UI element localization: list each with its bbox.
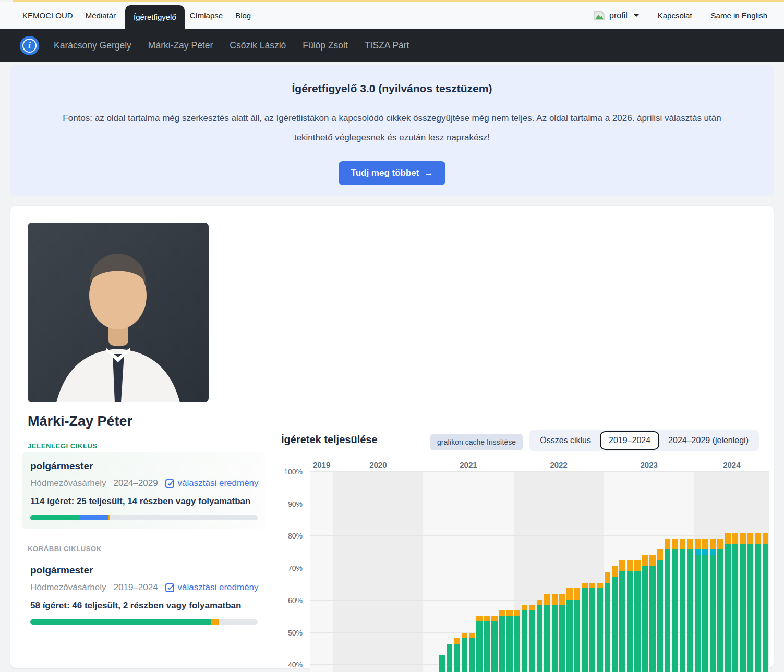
chart-bar-2023-3[interactable] [619,472,626,672]
refresh-cache-button[interactable]: grafikon cache frissítése [430,434,523,450]
subnav-item-fülöp-zsolt[interactable]: Fülöp Zsolt [303,40,348,51]
chart-bar-2021-11[interactable] [499,472,506,672]
subnav-item-csőzik-lászló[interactable]: Csőzik László [230,40,286,51]
language-switch-link[interactable]: Same in English [711,11,767,20]
chart-bar-2021-5[interactable] [453,472,461,672]
topnav-item-médiatár[interactable]: Médiatár [86,11,116,20]
chart-bar-2024-6[interactable] [732,472,739,672]
bar-segment [589,583,595,589]
year-label-2021: 2021 [460,460,477,469]
chart-bar-2023-10[interactable] [671,472,679,672]
chart-bar-2021-10[interactable] [491,472,498,672]
chart-bar-2019-10[interactable] [310,472,318,672]
chart-bar-2022-6[interactable] [551,472,559,672]
chart-bar-2022-3[interactable] [528,472,536,672]
chart-bar-2023-12[interactable] [686,472,694,672]
chart-bar-2022-5[interactable] [544,472,551,672]
chart-bar-2022-12[interactable] [596,472,604,672]
chart-bar-2021-3[interactable] [438,472,445,672]
chart-bar-2024-7[interactable] [739,472,746,672]
chart-bar-2024-5[interactable] [724,472,731,672]
chart-bar-2020-5[interactable] [363,472,370,672]
chart-bar-2022-4[interactable] [536,472,544,672]
chart-bar-2022-9[interactable] [574,472,581,672]
chart-bar-2021-1[interactable] [423,472,430,672]
chart-bar-2020-1[interactable] [333,472,340,672]
chart-bar-2021-7[interactable] [468,472,476,672]
chart-bar-2021-6[interactable] [461,472,468,672]
info-icon[interactable]: i [20,36,39,55]
chart-bar-2020-11[interactable] [408,472,416,672]
profile-menu[interactable]: profil [594,11,639,20]
bar-segment [710,539,716,549]
chart-bar-2020-8[interactable] [385,472,393,672]
election-result-link[interactable]: választási eredmény [165,478,259,488]
topnav-item-blog[interactable]: Blog [235,11,251,20]
subnav-item-márki-zay-péter[interactable]: Márki-Zay Péter [148,40,213,51]
chart-bar-2024-1[interactable] [694,472,702,672]
chart-bar-2022-1[interactable] [514,472,521,672]
chart-bar-2020-12[interactable] [416,472,423,672]
chart-bar-2020-3[interactable] [348,472,355,672]
chart-bar-2022-7[interactable] [559,472,566,672]
chart-bar-2019-12[interactable] [325,472,333,672]
chart-bar-2024-10[interactable] [762,472,769,672]
chart-bar-2019-11[interactable] [318,472,325,672]
topnav-item-ígéretfigyelő[interactable]: Ígéretfigyelő [125,5,185,29]
chart-bar-2023-1[interactable] [604,472,611,672]
chart-bar-2021-9[interactable] [484,472,491,672]
cycle-tab-2019–2024[interactable]: 2019–2024 [600,431,659,450]
bar-segment [627,560,633,571]
chart-bar-2023-7[interactable] [649,472,656,672]
bar-segment [747,533,753,544]
chart-bar-2023-2[interactable] [611,472,619,672]
topnav-right: profil Kapcsolat Same in English [594,2,767,29]
chart-bar-2023-5[interactable] [634,472,641,672]
chart-bar-2023-6[interactable] [642,472,649,672]
chart-bar-2024-8[interactable] [747,472,754,672]
election-result-link[interactable]: választási eredmény [165,582,259,593]
chart-bar-2024-4[interactable] [717,472,724,672]
bar-segment [476,621,482,672]
brand-kemocloud[interactable]: KEMOCLOUD [22,11,73,20]
chart-bar-2022-2[interactable] [521,472,528,672]
arrow-right-icon: → [424,168,433,178]
chart-bar-2023-4[interactable] [626,472,634,672]
subnav-item-karácsony-gergely[interactable]: Karácsony Gergely [54,40,131,51]
promise-summary: 114 ígéret: 25 teljesült, 14 részben vag… [30,496,258,507]
topnav-item-kapcsolat[interactable]: Kapcsolat [658,11,692,20]
chart-bar-2023-8[interactable] [657,472,664,672]
bar-segment [544,605,550,672]
chart-bar-2020-6[interactable] [370,472,378,672]
bar-segment [702,555,708,672]
bar-segment [619,560,625,571]
politician-navigation-bar: i Karácsony GergelyMárki-Zay PéterCsőzik… [0,29,784,62]
chart-bar-2023-11[interactable] [679,472,686,672]
chart-bar-2024-9[interactable] [754,472,762,672]
chart-bar-2024-3[interactable] [709,472,717,672]
topnav-item-címlapse[interactable]: Címlapse [190,11,223,20]
chart-bar-2021-8[interactable] [476,472,483,672]
chart-bar-2024-2[interactable] [702,472,709,672]
chart-bar-2021-2[interactable] [431,472,438,672]
chart-bar-2020-2[interactable] [341,472,348,672]
chart-bar-2022-8[interactable] [566,472,573,672]
year-label-2024: 2024 [723,460,740,469]
chart-bar-2021-4[interactable] [446,472,453,672]
learn-more-button[interactable]: Tudj meg többet → [339,161,446,185]
chart-bar-2023-9[interactable] [664,472,671,672]
subnav-item-tisza-párt[interactable]: TISZA Párt [365,40,409,51]
bar-segment [447,644,452,672]
chart-bar-2020-9[interactable] [393,472,401,672]
bar-segment [755,544,761,672]
chart-bar-2021-12[interactable] [506,472,513,672]
banner-text: Fontos: az oldal tartalma még szerkeszté… [10,108,774,147]
chart-bar-2020-7[interactable] [378,472,385,672]
chart-bar-2020-4[interactable] [356,472,363,672]
bar-segment [529,605,535,610]
chart-bar-2022-10[interactable] [581,472,588,672]
chart-bar-2022-11[interactable] [589,472,596,672]
cycle-tab-Összes-ciklus[interactable]: Összes ciklus [531,431,600,450]
chart-bar-2020-10[interactable] [401,472,408,672]
cycle-tab-2024–2029-(jelenlegi)[interactable]: 2024–2029 (jelenlegi) [659,431,757,450]
